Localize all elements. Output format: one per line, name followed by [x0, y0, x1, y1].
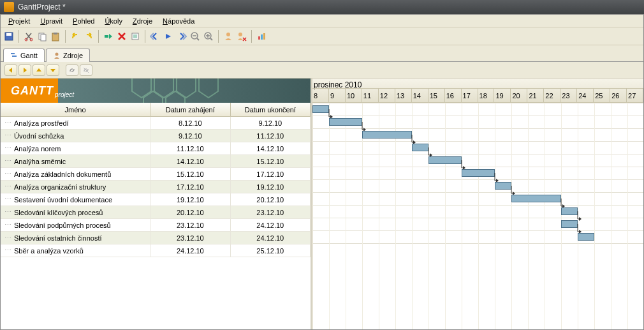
- menu-bar: Projekt Upravit Pohled Úkoly Zdroje Nápo…: [1, 15, 643, 27]
- gantt-bar[interactable]: [428, 156, 462, 164]
- tab-gantt-label: Gantt: [20, 52, 38, 59]
- task-nav-toolbar: [1, 62, 643, 79]
- redo-icon[interactable]: [83, 31, 94, 42]
- col-name[interactable]: Jméno: [1, 103, 150, 116]
- svg-rect-7: [54, 33, 57, 34]
- paste-icon[interactable]: [50, 31, 61, 42]
- svg-point-12: [226, 33, 230, 36]
- table-row[interactable]: ⋯Analýza základních dokumentů15.12.1017.…: [1, 168, 311, 181]
- task-start: 17.12.10: [150, 181, 230, 193]
- gantt-bar[interactable]: [412, 144, 428, 151]
- svg-rect-17: [11, 53, 15, 54]
- day-cell: 9: [329, 89, 346, 102]
- zoom-out-icon[interactable]: [189, 31, 201, 42]
- gantt-chart-pane: prosinec 2010 89101112131415161718192021…: [312, 79, 643, 329]
- table-row[interactable]: ⋯Sledování klíčových procesů20.12.1023.1…: [1, 206, 311, 219]
- day-cell: 23: [560, 89, 577, 102]
- chart-icon[interactable]: [256, 31, 267, 42]
- copy-icon[interactable]: [36, 31, 48, 42]
- col-start[interactable]: Datum zahájení: [150, 103, 230, 116]
- tree-bullet: ⋯: [4, 246, 11, 255]
- tree-bullet: ⋯: [4, 157, 11, 165]
- day-cell: 13: [395, 89, 412, 102]
- scroll-right-icon[interactable]: [176, 31, 187, 42]
- task-end: 19.12.10: [231, 181, 311, 193]
- gantt-bar[interactable]: [362, 131, 412, 139]
- gantt-bar[interactable]: [329, 118, 362, 126]
- task-grid[interactable]: ⋯Analýza prostředí8.12.109.12.10⋯Úvodní …: [1, 117, 311, 329]
- nav-up-icon[interactable]: [33, 64, 45, 76]
- task-name: Analýza základních dokumentů: [14, 170, 111, 178]
- table-row[interactable]: ⋯Analýha směrnic14.12.1015.12.10: [1, 155, 311, 168]
- content-area: GANTT project Jméno Datum zahájení Datum…: [1, 79, 643, 329]
- resource-icon[interactable]: [223, 31, 234, 42]
- view-tabs: Gantt Zdroje: [1, 45, 643, 62]
- day-cell: 19: [494, 89, 511, 102]
- cut-icon[interactable]: [23, 31, 34, 42]
- gantt-bar[interactable]: [561, 220, 578, 228]
- task-end: 25.12.10: [231, 244, 311, 257]
- day-cell: 18: [478, 89, 495, 102]
- tab-gantt[interactable]: Gantt: [3, 49, 45, 62]
- delete-icon[interactable]: [116, 31, 128, 42]
- tree-bullet: ⋯: [4, 234, 11, 242]
- unlink-icon[interactable]: [80, 64, 92, 76]
- gantt-bar[interactable]: [312, 105, 329, 113]
- table-row[interactable]: ⋯Sestavení úvodní dokumentace19.12.1020.…: [1, 193, 311, 206]
- gantt-bar[interactable]: [462, 169, 495, 177]
- day-cell: 21: [527, 89, 544, 102]
- link-icon[interactable]: [66, 64, 78, 76]
- day-cell: 25: [594, 89, 610, 102]
- col-end[interactable]: Datum ukončení: [231, 103, 311, 116]
- menu-pohled[interactable]: Pohled: [68, 16, 99, 26]
- menu-napoveda[interactable]: Nápověda: [157, 16, 200, 26]
- menu-upravit[interactable]: Upravit: [35, 16, 68, 26]
- scroll-left-icon[interactable]: [149, 31, 161, 42]
- gantt-bar[interactable]: [495, 182, 511, 190]
- day-cell: 15: [428, 89, 445, 102]
- logo-text: GANTT: [11, 84, 54, 98]
- tree-bullet: ⋯: [4, 208, 11, 216]
- day-cell: 24: [577, 89, 594, 102]
- table-row[interactable]: ⋯Analýza norem11.12.1014.12.10: [1, 142, 311, 155]
- save-icon[interactable]: [3, 31, 15, 42]
- task-name: Analýza organizační struktury: [14, 183, 106, 191]
- task-start: 9.12.10: [150, 130, 230, 142]
- tree-bullet: ⋯: [4, 131, 11, 140]
- zoom-in-icon[interactable]: [203, 31, 214, 42]
- svg-rect-14: [258, 36, 260, 40]
- task-start: 23.12.10: [150, 232, 230, 244]
- undo-icon[interactable]: [70, 31, 81, 42]
- nav-right-icon[interactable]: [18, 64, 31, 76]
- task-table-pane: GANTT project Jméno Datum zahájení Datum…: [1, 79, 312, 329]
- task-forward-icon[interactable]: [103, 31, 114, 42]
- gantt-chart[interactable]: [312, 103, 643, 329]
- table-row[interactable]: ⋯Sledování ostatních činností23.12.1024.…: [1, 232, 311, 244]
- task-end: 20.12.10: [231, 193, 311, 206]
- svg-point-19: [55, 53, 58, 56]
- tab-resources[interactable]: Zdroje: [46, 49, 90, 62]
- menu-zdroje[interactable]: Zdroje: [128, 16, 157, 26]
- properties-icon[interactable]: [129, 31, 141, 42]
- gantt-bar[interactable]: [578, 233, 594, 241]
- task-end: 14.12.10: [231, 142, 311, 154]
- logo-subtext: project: [55, 91, 74, 98]
- table-row[interactable]: ⋯Úvodní schůzka9.12.1011.12.10: [1, 130, 311, 142]
- gantt-bar[interactable]: [561, 207, 578, 215]
- table-row[interactable]: ⋯Analýza prostředí8.12.109.12.10: [1, 117, 311, 130]
- gantt-bar[interactable]: [511, 195, 561, 202]
- table-row[interactable]: ⋯Sledování podpůrných procesů23.12.1024.…: [1, 219, 311, 232]
- menu-ukoly[interactable]: Úkoly: [99, 16, 128, 26]
- resource-delete-icon[interactable]: [236, 31, 247, 42]
- table-row[interactable]: ⋯Analýza organizační struktury17.12.1019…: [1, 181, 311, 193]
- nav-down-icon[interactable]: [47, 64, 59, 76]
- today-icon[interactable]: [163, 31, 174, 42]
- nav-left-icon[interactable]: [4, 64, 17, 76]
- task-name: Sledování ostatních činností: [14, 234, 102, 242]
- day-cell: 12: [379, 89, 395, 102]
- table-row[interactable]: ⋯Sběr a analýza vzorků24.12.1025.12.10: [1, 244, 311, 257]
- task-name: Analýza norem: [14, 145, 61, 153]
- menu-projekt[interactable]: Projekt: [3, 16, 35, 26]
- svg-rect-18: [12, 56, 17, 57]
- task-start: 20.12.10: [150, 206, 230, 218]
